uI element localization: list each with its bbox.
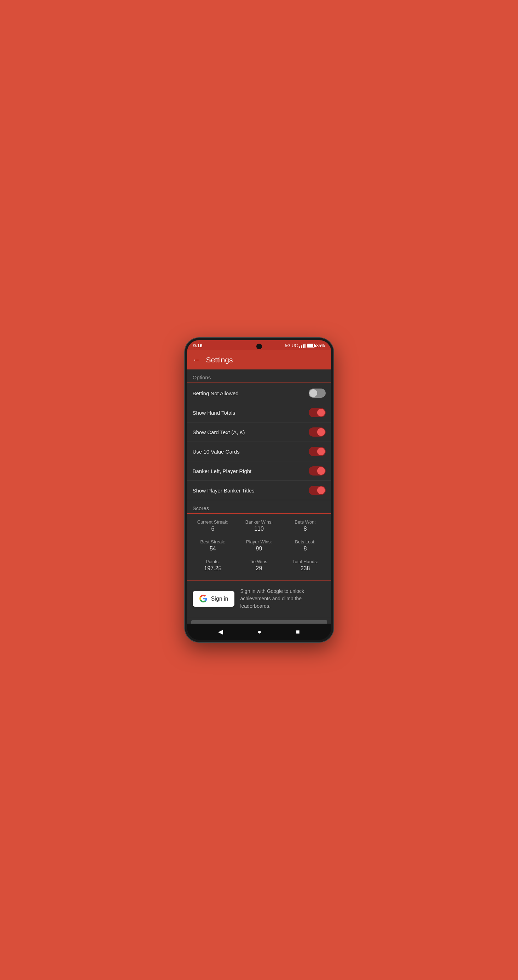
score-current-streak-value: 6 <box>191 526 235 532</box>
network-label: 5G UC <box>285 343 298 348</box>
score-best-streak-label: Best Streak: <box>191 539 235 544</box>
signal-bar-4 <box>304 344 306 348</box>
score-bets-won: Bets Won: 8 <box>282 516 328 536</box>
google-signin-button[interactable]: Sign in <box>193 591 235 607</box>
score-best-streak: Best Streak: 54 <box>190 536 236 555</box>
toggle-10-value-knob <box>317 447 325 455</box>
score-player-wins: Player Wins: 99 <box>236 536 282 555</box>
toggle-betting-not-allowed: Betting Not Allowed <box>187 383 331 403</box>
google-g-icon <box>199 595 207 603</box>
score-banker-wins-value: 110 <box>237 526 281 532</box>
status-bar: 9:16 5G UC 85% <box>187 340 331 350</box>
toggle-10-value-switch[interactable] <box>309 447 326 456</box>
toggle-player-banker-label: Show Player Banker Titles <box>193 487 255 493</box>
toggle-10-value-label: Use 10 Value Cards <box>193 449 240 455</box>
google-signin-label: Sign in <box>211 596 228 602</box>
score-bets-lost-label: Bets Lost: <box>284 539 327 544</box>
score-points: Points: 197.25 <box>190 555 236 575</box>
scores-section-header: Scores <box>187 500 331 514</box>
score-player-wins-label: Player Wins: <box>237 539 281 544</box>
nav-back-button[interactable]: ◀ <box>218 628 223 636</box>
battery-label: 85% <box>316 343 325 348</box>
toggle-hand-totals-label: Show Hand Totals <box>193 410 236 416</box>
score-bets-lost: Bets Lost: 8 <box>282 536 328 555</box>
toggle-player-banker-knob <box>317 487 325 494</box>
scores-section: Scores Current Streak: 6 Banker Wins: 11… <box>187 500 331 581</box>
toggle-card-text-knob <box>317 428 325 436</box>
toggle-betting-knob <box>309 389 317 397</box>
bottom-nav: ◀ ● ■ <box>187 624 331 640</box>
camera-notch <box>257 344 262 349</box>
toggle-hand-totals: Show Hand Totals <box>187 403 331 423</box>
toggle-hand-totals-switch[interactable] <box>309 408 326 417</box>
toggle-betting-label: Betting Not Allowed <box>193 390 239 396</box>
signin-section: Sign in Sign in with Google to unlock ac… <box>187 581 331 617</box>
score-best-streak-value: 54 <box>191 546 235 552</box>
side-button-mid <box>332 414 333 428</box>
toggle-player-banker-titles: Show Player Banker Titles <box>187 481 331 500</box>
battery-body <box>307 344 315 347</box>
toggle-card-text-switch[interactable] <box>309 428 326 437</box>
toggle-card-text-label: Show Card Text (A, K) <box>193 429 245 435</box>
toggle-hand-totals-knob <box>317 409 325 417</box>
score-total-hands-label: Total Hands: <box>284 559 327 564</box>
score-tie-wins: Tie Wins: 29 <box>236 555 282 575</box>
score-bets-won-value: 8 <box>284 526 327 532</box>
toggle-banker-left-switch[interactable] <box>309 466 326 476</box>
battery-icon <box>307 344 315 347</box>
score-total-hands-value: 238 <box>284 565 327 572</box>
score-bets-won-label: Bets Won: <box>284 519 327 525</box>
status-right-icons: 5G UC 85% <box>285 343 325 348</box>
toggle-banker-left-label: Banker Left, Player Right <box>193 468 252 474</box>
signal-bar-1 <box>299 347 300 348</box>
achievements-button[interactable]: ACHIEVEMENTS <box>191 620 327 624</box>
signal-bar-3 <box>303 344 304 348</box>
battery-fill <box>308 344 313 347</box>
score-player-wins-value: 99 <box>237 546 281 552</box>
toggle-10-value-cards: Use 10 Value Cards <box>187 442 331 461</box>
score-banker-wins: Banker Wins: 110 <box>236 516 282 536</box>
toggle-betting-switch[interactable] <box>309 388 326 398</box>
side-button-top <box>332 397 333 411</box>
nav-recent-button[interactable]: ■ <box>296 628 300 636</box>
score-tie-wins-value: 29 <box>237 565 281 572</box>
score-current-streak-label: Current Streak: <box>191 519 235 525</box>
status-time: 9:16 <box>193 343 202 348</box>
app-bar: ← Settings <box>187 350 331 369</box>
score-total-hands: Total Hands: 238 <box>282 555 328 575</box>
score-bets-lost-value: 8 <box>284 546 327 552</box>
back-button[interactable]: ← <box>193 355 201 364</box>
page-title: Settings <box>206 356 233 364</box>
toggle-banker-left-knob <box>317 467 325 475</box>
toggle-banker-left: Banker Left, Player Right <box>187 461 331 481</box>
phone-device: 9:16 5G UC 85% ← Settings Options <box>185 338 333 642</box>
nav-home-button[interactable]: ● <box>258 628 261 636</box>
signal-bar-2 <box>301 345 302 348</box>
signin-description: Sign in with Google to unlock achievemen… <box>240 587 325 610</box>
toggle-player-banker-switch[interactable] <box>309 486 326 495</box>
score-points-label: Points: <box>191 559 235 564</box>
toggle-card-text: Show Card Text (A, K) <box>187 423 331 442</box>
settings-content[interactable]: Options Betting Not Allowed Show Hand To… <box>187 369 331 624</box>
options-section-header: Options <box>187 369 331 383</box>
score-tie-wins-label: Tie Wins: <box>237 559 281 564</box>
score-points-value: 197.25 <box>191 565 235 572</box>
score-current-streak: Current Streak: 6 <box>190 516 236 536</box>
scores-grid: Current Streak: 6 Banker Wins: 110 Bets … <box>187 514 331 577</box>
score-banker-wins-label: Banker Wins: <box>237 519 281 525</box>
signal-icon <box>299 344 306 348</box>
